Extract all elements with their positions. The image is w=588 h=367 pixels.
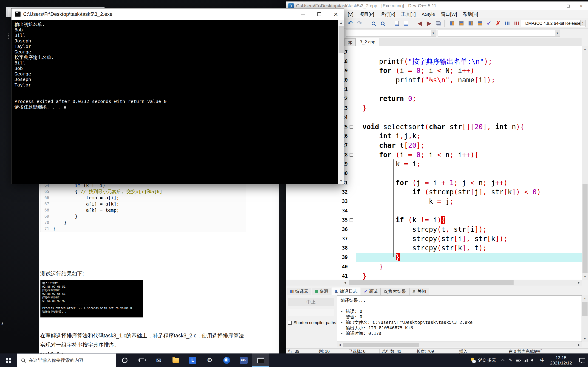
console-taskbar-button[interactable]: [252, 353, 269, 367]
taskbar-search[interactable]: 在这里输入你要搜索的内容: [17, 353, 116, 367]
delete-profiling-icon[interactable]: [512, 19, 521, 28]
menu-item[interactable]: 帮助[H]: [460, 10, 481, 18]
replace-icon[interactable]: [378, 19, 387, 28]
minimize-button[interactable]: [294, 8, 311, 20]
print-icon[interactable]: [392, 19, 401, 28]
code-line[interactable]: 33 k = j;: [286, 197, 582, 206]
code-line[interactable]: 34: [286, 206, 582, 216]
syntax-check-icon[interactable]: ✓: [484, 19, 493, 28]
spinner-icon[interactable]: ▲▼: [580, 20, 585, 26]
fullscreen-icon[interactable]: [475, 19, 484, 28]
panel-tab-search-results[interactable]: 搜索结果: [381, 288, 409, 295]
scrollbar-thumb[interactable]: [343, 343, 419, 347]
scroll-down-icon[interactable]: ▼: [582, 274, 588, 280]
weather-widget[interactable]: 9°C 多云: [467, 353, 500, 367]
find-icon[interactable]: [369, 19, 378, 28]
member-browser-combo[interactable]: ▼: [438, 30, 560, 36]
fold-toggle-icon[interactable]: [350, 218, 353, 222]
editor-vscrollbar[interactable]: ▲ ▼: [582, 46, 588, 280]
code-line[interactable]: 37 strcpy(str[i], str[k]);: [286, 234, 582, 244]
profile-analysis-icon[interactable]: [503, 19, 512, 28]
panel-tab-close[interactable]: ✗关闭: [409, 288, 429, 295]
console-titlebar[interactable]: C:\Users\Fr\Desktop\task\task5\3_2.exe: [11, 8, 344, 20]
volume-icon[interactable]: [531, 359, 535, 362]
menu-item[interactable]: [V]: [345, 10, 356, 18]
scroll-up-icon[interactable]: ▲: [582, 295, 588, 301]
editor-hscrollbar[interactable]: ◀ ▶: [286, 280, 582, 286]
maximize-button[interactable]: [311, 8, 328, 20]
panel-tab-compile-log[interactable]: 编译日志: [332, 287, 360, 295]
print-preview-icon[interactable]: [401, 19, 410, 28]
start-button[interactable]: [0, 353, 17, 367]
code-line[interactable]: 38 strcpy(str[k], t);: [286, 243, 582, 253]
checkbox-icon[interactable]: [288, 321, 292, 325]
scroll-left-icon[interactable]: ◀: [342, 280, 348, 286]
scrollbar-thumb[interactable]: [338, 26, 344, 53]
console-scrollbar[interactable]: ▲ ▼: [338, 20, 344, 184]
browser-button[interactable]: [218, 353, 235, 367]
devcpp-taskbar-button[interactable]: [235, 353, 252, 367]
menu-item[interactable]: 项目[P]: [356, 10, 377, 18]
project-manager-icon[interactable]: [448, 19, 457, 28]
panel-tab-compiler[interactable]: 编译器: [287, 288, 311, 295]
scroll-right-icon[interactable]: ▶: [576, 342, 582, 347]
scroll-right-icon[interactable]: ▶: [576, 280, 582, 286]
fold-toggle-icon[interactable]: [350, 153, 353, 157]
floating-report-icon[interactable]: [466, 19, 475, 28]
settings-button[interactable]: ⚙: [201, 353, 218, 367]
file-explorer-button[interactable]: [167, 353, 184, 367]
scrollbar-thumb[interactable]: [582, 302, 588, 316]
scroll-down-icon[interactable]: ▼: [338, 178, 344, 184]
editor-tab-hidden[interactable]: pp: [345, 38, 355, 46]
layers-icon[interactable]: [434, 19, 443, 28]
menu-item[interactable]: 窗口[W]: [438, 10, 460, 18]
mail-app-button[interactable]: ✉: [150, 353, 167, 367]
scroll-left-icon[interactable]: ◀: [337, 342, 342, 347]
tray-expand-button[interactable]: [500, 353, 506, 367]
abort-compilation-icon[interactable]: ✗: [493, 19, 503, 28]
menu-item[interactable]: AStyle: [419, 10, 438, 18]
scrollbar-thumb[interactable]: [349, 280, 514, 285]
task-view-button[interactable]: [133, 353, 150, 367]
class-browser-combo[interactable]: ▼: [346, 30, 436, 36]
scrollbar-thumb[interactable]: [582, 184, 588, 273]
code-line[interactable]: 40 }: [286, 262, 582, 272]
shorten-paths-option[interactable]: Shorten compiler paths: [288, 320, 336, 325]
code-line[interactable]: 41}: [286, 272, 582, 280]
devcpp-maximize-button[interactable]: [562, 2, 575, 10]
close-button[interactable]: [328, 8, 344, 20]
redo-icon[interactable]: ↷: [355, 19, 364, 28]
menu-item[interactable]: 运行[R]: [377, 10, 398, 18]
menu-item[interactable]: 工具[T]: [398, 10, 418, 18]
report-window-icon[interactable]: [457, 19, 466, 28]
taskbar-clock[interactable]: 13:15 2021/12/12: [548, 355, 574, 366]
panel-tab-debug[interactable]: ✓调试: [361, 288, 380, 295]
devcpp-close-button[interactable]: [575, 2, 588, 10]
chevron-down-icon[interactable]: ▼: [555, 30, 560, 36]
cortana-button[interactable]: [116, 353, 133, 367]
scroll-up-icon[interactable]: ▲: [582, 46, 588, 52]
code-line[interactable]: 39 }: [286, 253, 582, 262]
scroll-down-icon[interactable]: ▼: [582, 336, 588, 342]
undo-icon[interactable]: ↶: [346, 19, 355, 28]
log-hscrollbar[interactable]: ◀ ▶: [337, 342, 582, 347]
devcpp-minimize-button[interactable]: [548, 2, 562, 10]
ime-indicator[interactable]: 中: [537, 357, 548, 363]
scroll-up-icon[interactable]: ▲: [338, 20, 344, 26]
abort-button[interactable]: 中止: [288, 298, 334, 306]
chevron-down-icon[interactable]: ▼: [431, 30, 436, 36]
fold-toggle-icon[interactable]: [350, 125, 353, 129]
notification-center-button[interactable]: [576, 353, 588, 367]
goto-back-icon[interactable]: ◀: [415, 19, 424, 28]
log-vscrollbar[interactable]: ▲ ▼: [582, 295, 588, 342]
panel-tab-resources[interactable]: 资源: [312, 288, 331, 295]
goto-forward-icon[interactable]: ▶: [424, 19, 434, 28]
compiler-select[interactable]: TDM-GCC 4.9.2 64-bit Release ▲▼: [521, 20, 586, 27]
battery-icon[interactable]: [516, 359, 520, 361]
code-line[interactable]: 35 if (k != i){: [286, 215, 582, 225]
network-icon[interactable]: [523, 359, 527, 362]
code-line[interactable]: 36 strcpy(t, str[i]);: [286, 225, 582, 234]
l-app-button[interactable]: [184, 353, 201, 367]
code-line[interactable]: 32 if (strcmp(str[j], str[k]) < 0): [286, 187, 582, 197]
editor-tab-3_2cpp[interactable]: 3_2.cpp: [356, 38, 379, 46]
